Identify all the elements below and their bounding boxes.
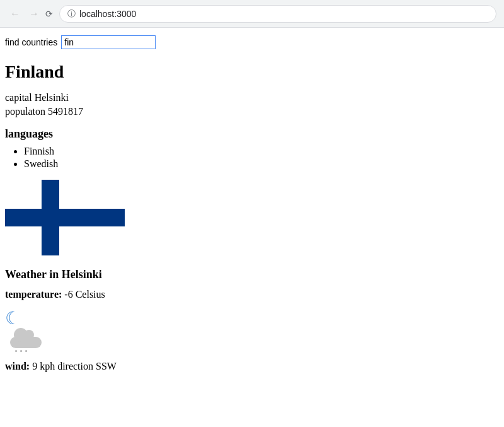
forward-button[interactable]: → — [26, 7, 42, 21]
weather-icon-container: ☾ — [5, 307, 49, 351]
temperature-label: temperature: — [5, 289, 62, 300]
list-item: Finnish — [24, 146, 499, 157]
weather-wind: wind: 9 kph direction SSW — [5, 361, 499, 372]
finland-flag — [5, 180, 125, 255]
population-label: populaton — [5, 106, 45, 117]
search-row: find countries — [5, 35, 499, 49]
back-button[interactable]: ← — [8, 7, 23, 21]
languages-list: Finnish Swedish — [5, 146, 499, 170]
lock-icon: ⓘ — [67, 8, 76, 20]
wind-value: 9 kph direction SSW — [32, 361, 117, 371]
weather-temperature: temperature: -6 Celsius — [5, 289, 499, 300]
nav-buttons: ← → ⟳ — [8, 7, 53, 21]
moon-icon: ☾ — [5, 308, 21, 329]
capital-value: Helsinki — [35, 92, 69, 103]
country-name: Finland — [5, 62, 499, 82]
address-bar[interactable]: ⓘ localhost:3000 — [59, 5, 496, 23]
list-item: Swedish — [24, 158, 499, 170]
country-capital: capital Helsinki — [5, 92, 499, 103]
cloud-icon — [10, 328, 42, 348]
country-population: populaton 5491817 — [5, 106, 499, 117]
page-content: find countries Finland capital Helsinki … — [0, 28, 504, 380]
capital-label: capital — [5, 92, 32, 103]
weather-title: Weather in Helsinki — [5, 268, 499, 281]
browser-chrome: ← → ⟳ ⓘ localhost:3000 — [0, 0, 504, 28]
flag-vertical-bar — [42, 180, 59, 255]
temperature-value: -6 Celsius — [64, 289, 105, 300]
weather-section: Weather in Helsinki temperature: -6 Cels… — [5, 268, 499, 372]
url-text: localhost:3000 — [79, 9, 136, 19]
search-label: find countries — [5, 37, 57, 47]
population-value: 5491817 — [48, 106, 83, 117]
refresh-button[interactable]: ⟳ — [45, 9, 53, 19]
wind-label: wind: — [5, 361, 30, 371]
flag-horizontal-bar — [5, 209, 125, 226]
search-input[interactable] — [61, 35, 156, 49]
languages-section: languages Finnish Swedish — [5, 127, 499, 170]
languages-title: languages — [5, 127, 499, 141]
